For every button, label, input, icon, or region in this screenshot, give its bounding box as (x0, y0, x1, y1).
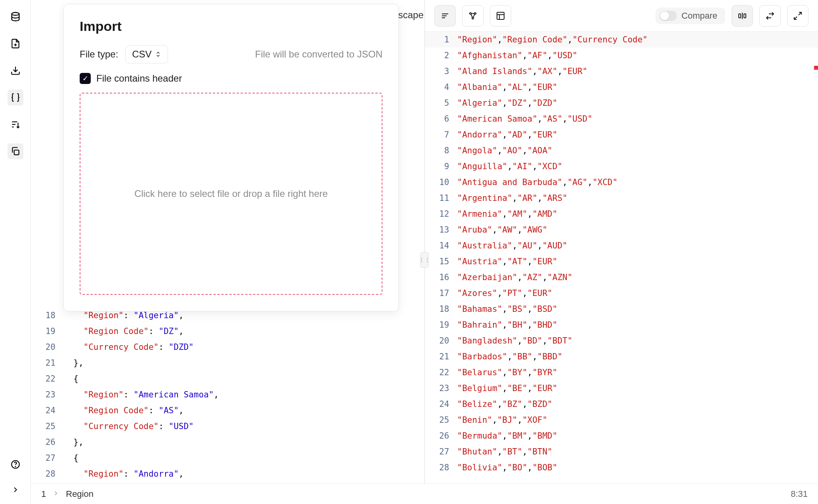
line-number: 20 (425, 333, 449, 349)
code-line: "Aland Islands","AX","EUR" (457, 63, 818, 79)
line-number: 19 (425, 317, 449, 333)
help-icon[interactable] (8, 456, 23, 472)
code-line: "Region": "American Samoa", (63, 387, 424, 403)
splitter-handle[interactable]: ⋮⋮ (420, 252, 429, 268)
breadcrumb-path[interactable]: Region (66, 489, 94, 499)
code-line: "Belarus","BY","BYR" (457, 365, 818, 380)
fullscreen-button[interactable] (787, 5, 808, 27)
line-number: 28 (425, 460, 449, 475)
file-dropzone[interactable]: Click here to select file or drop a file… (80, 93, 382, 295)
new-file-icon[interactable] (8, 36, 23, 52)
line-number: 1 (425, 32, 449, 48)
line-number: 19 (31, 323, 55, 339)
code-line: "Currency Code": "USD" (63, 418, 424, 434)
code-line: "Barbados","BB","BBD" (457, 349, 818, 365)
code-line: "Currency Code": "DZD" (63, 339, 424, 355)
right-code-editor[interactable]: 1234567891011121314151617181920212223242… (425, 32, 818, 504)
right-pane: Compare 12345678910111213141516171819202… (425, 0, 818, 504)
line-number: 9 (425, 158, 449, 174)
left-gutter: 1819202122232425262728 (31, 307, 63, 504)
code-line: "Argentina","AR","ARS" (457, 190, 818, 206)
line-number: 28 (31, 466, 55, 482)
line-number: 6 (425, 111, 449, 127)
code-line: "Austria","AT","EUR" (457, 254, 818, 269)
line-number: 22 (31, 371, 55, 387)
code-line: "Azerbaijan","AZ","AZN" (457, 269, 818, 285)
svg-rect-23 (739, 14, 741, 18)
duplicate-icon[interactable] (8, 143, 23, 159)
line-number: 26 (425, 428, 449, 444)
table-view-button[interactable] (490, 5, 511, 27)
code-line: "Belgium","BE","EUR" (457, 380, 818, 396)
sort-icon[interactable] (8, 116, 23, 132)
file-type-select[interactable]: CSV (125, 45, 168, 63)
code-line: "Belize","BZ","BZD" (457, 396, 818, 412)
code-line: "Bangladesh","BD","BDT" (457, 333, 818, 349)
code-line: "Region","Region Code","Currency Code" (457, 32, 818, 48)
code-line: "Region": "Andorra", (63, 466, 424, 482)
svg-rect-19 (497, 12, 504, 19)
expand-rail-icon[interactable] (8, 482, 23, 498)
swap-button[interactable] (759, 5, 781, 27)
svg-rect-24 (744, 14, 746, 18)
code-line: "Bahrain","BH","BHD" (457, 317, 818, 333)
compare-label: Compare (682, 11, 717, 21)
svg-point-9 (15, 466, 15, 467)
code-line: "American Samoa","AS","USD" (457, 111, 818, 127)
code-line: "Bermuda","BM","BMD" (457, 428, 818, 444)
line-number: 21 (31, 355, 55, 371)
code-line: "Region Code": "DZ", (63, 323, 424, 339)
svg-point-15 (472, 17, 474, 19)
code-line: "Benin","BJ","XOF" (457, 412, 818, 428)
code-line: "Aruba","AW","AWG" (457, 222, 818, 238)
svg-line-28 (794, 17, 797, 19)
line-number: 24 (31, 403, 55, 418)
breadcrumb-index[interactable]: 1 (41, 489, 46, 499)
left-code-content: "Region": "Algeria", "Region Code": "DZ"… (63, 307, 424, 504)
download-icon[interactable] (8, 63, 23, 78)
code-line: "Algeria","DZ","DZD" (457, 95, 818, 111)
split-columns-button[interactable] (732, 5, 753, 27)
line-number: 17 (425, 285, 449, 301)
app-root: nescape 1819202122232425262728 "Region":… (0, 0, 818, 504)
code-line: }, (63, 434, 424, 450)
chevron-updown-icon (155, 51, 161, 57)
line-number: 25 (31, 418, 55, 434)
line-number: 18 (425, 301, 449, 317)
code-line: "Bahamas","BS","BSD" (457, 301, 818, 317)
header-checkbox[interactable]: ✓ (80, 73, 91, 84)
line-number: 22 (425, 365, 449, 380)
svg-rect-7 (14, 150, 19, 155)
line-number: 7 (425, 127, 449, 143)
line-number: 3 (425, 63, 449, 79)
line-number: 16 (425, 269, 449, 285)
dropzone-text: Click here to select file or drop a file… (134, 188, 328, 199)
left-rail (0, 0, 31, 504)
line-number: 10 (425, 174, 449, 190)
convert-note: File will be converted to JSON (255, 49, 382, 60)
code-line: { (63, 450, 424, 466)
list-view-button[interactable] (434, 5, 456, 27)
cursor-position: 8:31 (791, 489, 808, 499)
chevron-right-icon (52, 489, 59, 499)
svg-line-17 (473, 14, 475, 17)
app-logo-icon[interactable] (8, 9, 23, 25)
graph-view-button[interactable] (462, 5, 484, 27)
compare-toggle[interactable]: Compare (656, 8, 725, 24)
braces-icon[interactable] (8, 90, 23, 105)
code-line: "Albania","AL","EUR" (457, 79, 818, 95)
line-number: 5 (425, 95, 449, 111)
line-number: 2 (425, 48, 449, 63)
code-line: "Bolivia","BO","BOB" (457, 460, 818, 475)
line-number: 25 (425, 412, 449, 428)
right-gutter: 1234567891011121314151617181920212223242… (425, 32, 457, 504)
line-number: 27 (31, 450, 55, 466)
panes-container: nescape 1819202122232425262728 "Region":… (31, 0, 818, 504)
line-number: 13 (425, 222, 449, 238)
code-line: "Angola","AO","AOA" (457, 143, 818, 158)
code-line: "Bhutan","BT","BTN" (457, 444, 818, 460)
svg-line-16 (471, 14, 472, 17)
right-code-content: "Region","Region Code","Currency Code""A… (457, 32, 818, 504)
line-number: 8 (425, 143, 449, 158)
code-line: "Azores","PT","EUR" (457, 285, 818, 301)
